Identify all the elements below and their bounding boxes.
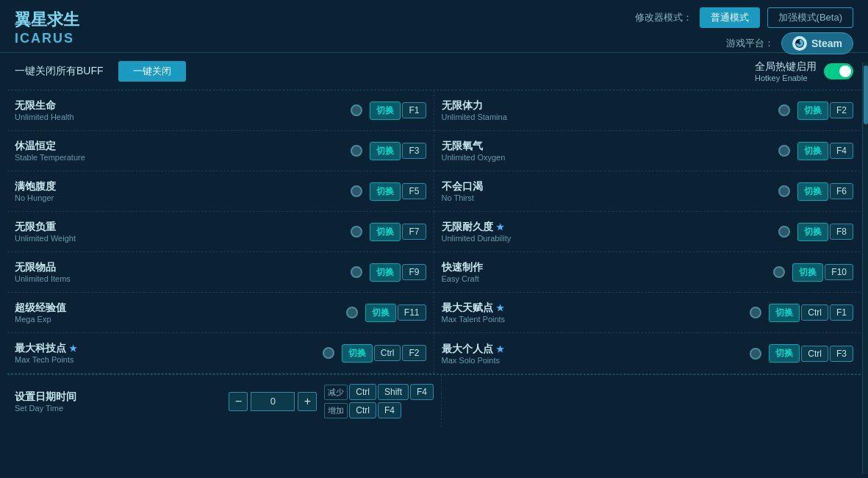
steam-icon xyxy=(792,36,807,51)
feature-row: 无限负重Unlimited Weight切换F7 xyxy=(7,212,434,252)
toggle-circle[interactable] xyxy=(778,226,790,238)
increase-key-group: 增加 Ctrl F4 xyxy=(324,402,434,418)
set-day-cn: 设置日期时间 xyxy=(15,390,221,404)
features-grid: 无限生命Unlimited Health切换F1无限体力Unlimited St… xyxy=(7,90,861,374)
stepper-input[interactable]: 0 xyxy=(251,392,295,411)
toggle-circle[interactable] xyxy=(346,307,358,318)
mode-label: 修改器模式： xyxy=(635,11,692,24)
hotkey-label-en: Hotkey Enable xyxy=(755,74,817,82)
increase-label: 增加 xyxy=(324,403,348,418)
toggle-circle[interactable] xyxy=(750,307,761,318)
hotkey-label-cn: 全局热键启用 xyxy=(755,60,817,74)
feature-row: 无限氧气Unlimited Oxygen切换F4 xyxy=(434,131,861,171)
platform-label: 游戏平台： xyxy=(726,37,774,50)
platform-row: 游戏平台： Steam xyxy=(726,32,853,54)
steam-platform-button[interactable]: Steam xyxy=(781,32,853,54)
toggle-circle[interactable] xyxy=(351,266,362,278)
toggle-circle[interactable] xyxy=(778,145,790,157)
feature-row: 无限物品Unlimited Items切换F9 xyxy=(7,252,434,293)
decrease-key-group: 减少 Ctrl Shift F4 xyxy=(324,384,434,400)
feature-row: 无限体力Unlimited Stamina切换F2 xyxy=(434,90,861,131)
toggle-circle[interactable] xyxy=(323,347,334,359)
feature-row: 快速制作Easy Craft切换F10 xyxy=(434,252,861,293)
toggle-circle[interactable] xyxy=(351,145,362,157)
decrease-key-shift: Shift xyxy=(378,384,409,400)
feature-row: 无限生命Unlimited Health切换F1 xyxy=(7,90,434,131)
mode-row: 修改器模式： 普通模式 加强模式(Beta) xyxy=(635,7,853,28)
one-key-label: 一键关闭所有BUFF xyxy=(15,65,104,78)
hotkey-toggle[interactable] xyxy=(824,63,853,79)
scrollbar[interactable] xyxy=(862,63,868,474)
decrease-key-f4: F4 xyxy=(410,384,434,400)
enhanced-mode-button[interactable]: 加强模式(Beta) xyxy=(767,7,853,28)
toggle-circle[interactable] xyxy=(351,104,362,116)
decrease-label: 减少 xyxy=(324,385,348,400)
toggle-circle[interactable] xyxy=(351,226,362,238)
feature-row: 最大科技点★Max Tech Points切换CtrlF2 xyxy=(7,333,434,374)
steam-text: Steam xyxy=(811,38,842,49)
normal-mode-button[interactable]: 普通模式 xyxy=(700,7,760,28)
feature-row: 最大天赋点★Max Talent Points切换CtrlF1 xyxy=(434,293,861,333)
increase-key-f4: F4 xyxy=(378,402,401,418)
toggle-circle[interactable] xyxy=(778,185,790,197)
feature-row: 最大个人点★Max Solo Points切换CtrlF3 xyxy=(434,333,861,374)
stepper-minus[interactable]: − xyxy=(229,392,248,411)
toggle-circle[interactable] xyxy=(750,348,761,360)
set-day-en: Set Day Time xyxy=(15,404,221,413)
feature-row: 不会口渴No Thirst切换F6 xyxy=(434,171,861,212)
hotkey-section: 全局热键启用 Hotkey Enable xyxy=(755,60,853,82)
main-content: 一键关闭所有BUFF 一键关闭 全局热键启用 Hotkey Enable 无限生… xyxy=(0,53,868,427)
top-controls: 修改器模式： 普通模式 加强模式(Beta) 游戏平台： Steam xyxy=(635,7,853,54)
one-key-button[interactable]: 一键关闭 xyxy=(118,61,186,82)
toggle-circle[interactable] xyxy=(778,104,790,116)
toggle-circle[interactable] xyxy=(773,266,785,278)
toggle-circle[interactable] xyxy=(351,185,362,197)
feature-row: 超级经验值Mega Exp切换F11 xyxy=(7,293,434,333)
stepper-plus[interactable]: + xyxy=(298,392,317,411)
stepper-controls: − 0 + xyxy=(229,392,317,411)
set-day-row: 设置日期时间 Set Day Time − 0 + 减少 Ctrl Shift … xyxy=(7,374,861,427)
feature-row: 无限耐久度★Unlimited Durability切换F8 xyxy=(434,212,861,252)
decrease-key-ctrl: Ctrl xyxy=(349,384,376,400)
increase-key-ctrl: Ctrl xyxy=(349,402,376,418)
scrollbar-thumb xyxy=(864,65,868,124)
feature-row: 休温恒定Stable Temperature切换F3 xyxy=(7,131,434,171)
feature-row: 满饱腹度No Hunger切换F5 xyxy=(7,171,434,212)
